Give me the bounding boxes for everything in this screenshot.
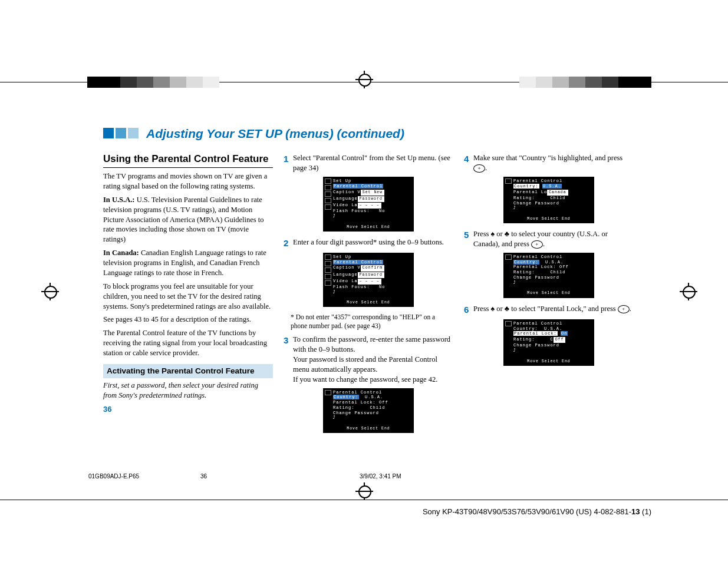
step: 5Press ♠ or ♣ to select your country (U.… bbox=[464, 229, 634, 249]
section-heading: Using the Parental Control Feature bbox=[103, 153, 273, 168]
step: 6Press ♠ or ♣ to select "Parental Lock,"… bbox=[464, 304, 634, 316]
plus-button-icon: + bbox=[473, 164, 485, 173]
register-strip-tr bbox=[519, 77, 651, 88]
crosshair-icon bbox=[355, 71, 373, 88]
body-text: The TV programs and movies shown on TV a… bbox=[103, 171, 273, 191]
footer-date: 3/9/02, 3:41 PM bbox=[360, 473, 637, 480]
osd-screenshot: Set Up Parental Control Caption VSet New… bbox=[323, 177, 414, 232]
crosshair-icon bbox=[680, 283, 697, 300]
column-2: 1Select "Parental Control" from the Set … bbox=[284, 153, 453, 439]
print-footer: 01GB09ADJ-E.P65 36 3/9/02, 3:41 PM bbox=[88, 473, 637, 480]
footnote: * Do not enter "4357" corresponding to "… bbox=[291, 313, 453, 330]
page-number: 36 bbox=[103, 404, 273, 415]
register-strip-tl bbox=[87, 77, 219, 88]
crosshair-icon bbox=[355, 482, 373, 500]
sub-heading: Activating the Parental Control Feature bbox=[103, 364, 273, 378]
footer-file: 01GB09ADJ-E.P65 bbox=[88, 473, 200, 480]
step-number: 3 bbox=[284, 335, 293, 346]
plus-button-icon: + bbox=[618, 305, 630, 313]
step: 1Select "Parental Control" from the Set … bbox=[284, 153, 453, 173]
body-text: The Parental Control feature of the TV f… bbox=[103, 328, 273, 358]
body-text: To block programs you feel are unsuitabl… bbox=[103, 282, 273, 312]
crosshair-icon bbox=[41, 283, 59, 300]
footer-page: 36 bbox=[200, 473, 360, 480]
step-number: 4 bbox=[464, 153, 473, 165]
osd-screenshot: Parental Control Country: U.S.A. Parenta… bbox=[503, 319, 594, 366]
plus-button-icon: + bbox=[531, 240, 543, 249]
step-number: 5 bbox=[464, 229, 473, 241]
step: 2Enter a four digit password* using the … bbox=[284, 237, 453, 249]
body-text: In Canada: Canadian English Language rat… bbox=[103, 248, 273, 278]
step-number: 1 bbox=[284, 153, 293, 165]
osd-screenshot: Parental Control Country: U.S.A. Parenta… bbox=[503, 177, 594, 223]
emphasis-text: First, set a password, then select your … bbox=[103, 381, 273, 401]
body-text: In U.S.A.: U.S. Television Parental Guid… bbox=[103, 195, 273, 244]
osd-screenshot: Parental Control Country: U.S.A. Parenta… bbox=[323, 388, 414, 434]
step: 3To confirm the password, re-enter the s… bbox=[284, 335, 453, 384]
model-line: Sony KP-43T90/48V90/53S76/53V90/61V90 (U… bbox=[423, 507, 651, 516]
page-title: Adjusting Your SET UP (menus) (continued… bbox=[103, 127, 634, 141]
osd-screenshot: Parental Control Country: U.S.A. Parenta… bbox=[503, 253, 594, 298]
column-1: Using the Parental Control Feature The T… bbox=[103, 153, 273, 439]
step-number: 6 bbox=[464, 304, 473, 316]
step: 4Make sure that "Country "is highlighted… bbox=[464, 153, 634, 173]
column-3: 4Make sure that "Country "is highlighted… bbox=[464, 153, 634, 439]
step-number: 2 bbox=[284, 237, 293, 249]
header-squares-icon bbox=[103, 127, 140, 141]
osd-screenshot: Set Up Parental Control Caption VConfirm… bbox=[323, 253, 414, 308]
body-text: See pages 43 to 45 for a description of … bbox=[103, 315, 273, 325]
